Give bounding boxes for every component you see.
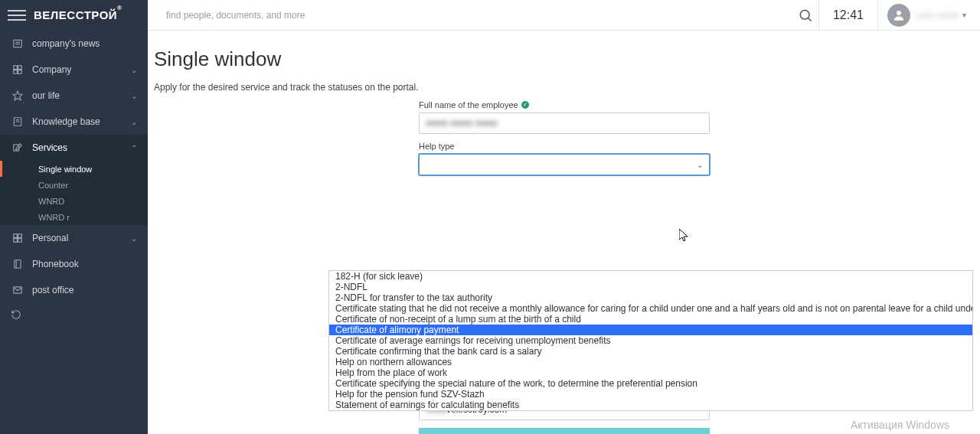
username: user.name xyxy=(916,10,959,21)
sidebar-item-label: Phonebook xyxy=(32,259,79,269)
sidebar-item-label: our life xyxy=(32,90,60,101)
dropdown-option[interactable]: Statement of earnings for calculating be… xyxy=(329,400,972,410)
svg-rect-8 xyxy=(14,70,18,74)
sidebar-sub-single-window[interactable]: Single window xyxy=(0,161,148,177)
svg-rect-15 xyxy=(14,234,18,238)
logo: ВЕЛЕССТРОЙ® xyxy=(34,8,122,21)
svg-point-0 xyxy=(800,10,809,19)
book-icon xyxy=(11,257,24,271)
book-icon xyxy=(11,115,24,129)
sidebar-item-ourlife[interactable]: our life ⌄ xyxy=(0,83,148,109)
svg-rect-16 xyxy=(18,234,22,238)
sidebar-item-services[interactable]: Services ⌃ xyxy=(0,135,148,161)
menu-toggle-button[interactable] xyxy=(8,6,26,24)
mail-icon xyxy=(11,283,24,297)
sidebar-item-post[interactable]: post office xyxy=(0,277,148,303)
main-content: Single window Apply for the desired serv… xyxy=(148,31,980,434)
chevron-down-icon: ⌄ xyxy=(131,66,137,74)
edit-icon xyxy=(11,141,24,155)
sidebar-item-label: Company xyxy=(32,64,71,75)
sidebar-item-label: Knowledge base xyxy=(32,116,100,127)
sidebar-refresh[interactable] xyxy=(0,303,148,329)
sidebar-item-knowledge[interactable]: Knowledge base ⌄ xyxy=(0,109,148,135)
svg-line-1 xyxy=(808,18,812,21)
header: ВЕЛЕССТРОЙ® 12:41 user.name ▾ xyxy=(0,0,980,31)
page-title: Single window xyxy=(154,47,980,71)
search-area xyxy=(148,10,792,21)
page-description: Apply for the desired service and track … xyxy=(154,82,980,93)
helptype-select[interactable]: ⌄ xyxy=(419,154,710,175)
search-icon[interactable] xyxy=(792,2,818,28)
clock: 12:41 xyxy=(818,0,878,31)
dropdown-option[interactable]: 2-NDFL for transfer to the tax authority xyxy=(329,292,972,303)
svg-rect-7 xyxy=(18,66,22,70)
sidebar-sub-wnrd-r[interactable]: WNRD r xyxy=(0,209,148,225)
header-brand: ВЕЛЕССТРОЙ® xyxy=(0,0,148,31)
sidebar-item-label: Services xyxy=(32,142,67,153)
dropdown-option[interactable]: Help for the pension fund SZV-Stazh xyxy=(329,389,972,400)
dropdown-option[interactable]: Certificate confirming that the bank car… xyxy=(329,346,972,357)
svg-rect-19 xyxy=(15,260,21,269)
progress-bar xyxy=(419,428,710,434)
dropdown-option[interactable]: Help on northern allowances xyxy=(329,357,972,367)
svg-marker-10 xyxy=(13,91,22,100)
sidebar-sub-counter[interactable]: Counter xyxy=(0,177,148,193)
helptype-label: Help type xyxy=(419,142,710,151)
chevron-up-icon: ⌃ xyxy=(131,144,137,152)
dropdown-option[interactable]: Certificate stating that he did not rece… xyxy=(329,303,972,314)
grid-icon xyxy=(11,231,24,245)
sidebar: company's news Company ⌄ our life ⌄ Know… xyxy=(0,31,148,434)
sidebar-sub-wnrd[interactable]: WNRD xyxy=(0,193,148,209)
helptype-dropdown: 182-H (for sick leave) 2-NDFL 2-NDFL for… xyxy=(328,270,973,411)
svg-rect-18 xyxy=(18,239,22,243)
dropdown-option[interactable]: Certificate specifying the special natur… xyxy=(329,378,972,389)
chevron-down-icon[interactable]: ▾ xyxy=(962,11,966,19)
dropdown-option[interactable]: Certificate of non-receipt of a lump sum… xyxy=(329,314,972,325)
windows-activation-watermark: Активация Windows xyxy=(851,419,949,431)
dropdown-option[interactable]: Help from the place of work xyxy=(329,367,972,378)
check-icon: ✓ xyxy=(521,101,529,109)
sidebar-item-news[interactable]: company's news xyxy=(0,31,148,57)
dropdown-option[interactable]: Certificate of average earnings for rece… xyxy=(329,335,972,346)
svg-point-2 xyxy=(897,11,901,15)
avatar[interactable] xyxy=(887,4,910,27)
svg-rect-9 xyxy=(18,70,22,74)
svg-rect-6 xyxy=(14,66,18,70)
sidebar-item-personal[interactable]: Personal ⌄ xyxy=(0,225,148,251)
dropdown-option[interactable]: 182-H (for sick leave) xyxy=(329,271,972,282)
sidebar-services-sublist: Single window Counter WNRD WNRD r xyxy=(0,161,148,225)
refresh-icon xyxy=(11,309,24,323)
sidebar-item-label: company's news xyxy=(32,38,100,49)
chevron-down-icon: ⌄ xyxy=(131,118,137,126)
sidebar-item-label: Personal xyxy=(32,233,68,243)
dropdown-option[interactable]: 2-NDFL xyxy=(329,282,972,292)
grid-icon xyxy=(11,63,24,77)
star-icon xyxy=(11,89,24,103)
chevron-down-icon: ⌄ xyxy=(131,92,137,100)
dropdown-option[interactable]: Certificate of alimony payment xyxy=(329,325,972,335)
sidebar-item-phonebook[interactable]: Phonebook xyxy=(0,251,148,277)
chevron-down-icon: ⌄ xyxy=(697,161,703,169)
sidebar-item-company[interactable]: Company ⌄ xyxy=(0,57,148,83)
news-icon xyxy=(11,37,24,51)
sidebar-item-label: post office xyxy=(32,285,74,295)
search-input[interactable] xyxy=(166,10,472,21)
fullname-label: Full name of the employee ✓ xyxy=(419,100,710,109)
fullname-input[interactable]: ■■■■ ■■■■ ■■■■ xyxy=(419,113,710,134)
form: Full name of the employee ✓ ■■■■ ■■■■ ■■… xyxy=(419,100,710,434)
chevron-down-icon: ⌄ xyxy=(131,234,137,243)
svg-rect-17 xyxy=(14,239,18,243)
